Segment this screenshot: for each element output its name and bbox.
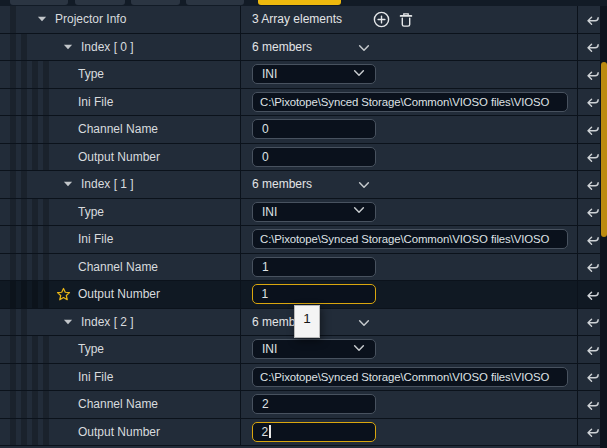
- reset-cell: [578, 281, 600, 308]
- delete-array-elements-icon[interactable]: [397, 11, 415, 29]
- value-cell: C:\Pixotope\Synced Storage\Common\VIOSO …: [241, 364, 578, 391]
- output-number-input[interactable]: 2: [252, 422, 376, 442]
- type-dropdown[interactable]: INI: [252, 64, 376, 84]
- ini-file-label: Ini File: [78, 232, 113, 246]
- output-number-input[interactable]: 1: [252, 284, 376, 304]
- expander-arrow-icon[interactable]: [62, 316, 74, 328]
- dropdown-selected-value: INI: [262, 205, 277, 219]
- input-value: 0: [262, 150, 269, 164]
- toolbar-tab[interactable]: [186, 0, 244, 5]
- property-row: Ini FileC:\Pixotope\Synced Storage\Commo…: [0, 226, 600, 253]
- reset-to-default-button[interactable]: [584, 39, 600, 55]
- channel-name-input[interactable]: 0: [252, 119, 376, 139]
- toolbar-tab-active[interactable]: [258, 0, 341, 5]
- reset-to-default-button[interactable]: [584, 176, 600, 192]
- members-summary: 6 members: [252, 177, 312, 191]
- property-row: TypeINI: [0, 61, 600, 88]
- channel-name-input[interactable]: 1: [252, 257, 376, 277]
- property-row: Index [ 0 ]6 members: [0, 34, 600, 61]
- value-cell: INI: [241, 336, 578, 363]
- reset-to-default-button[interactable]: [584, 424, 600, 440]
- reset-to-default-button[interactable]: [584, 94, 600, 110]
- property-row: Channel Name2: [0, 391, 600, 418]
- reset-to-default-button[interactable]: [584, 314, 600, 330]
- property-row: Projector Info3 Array elements: [0, 6, 600, 33]
- property-row: Ini FileC:\Pixotope\Synced Storage\Commo…: [0, 89, 600, 116]
- chevron-down-icon[interactable]: [357, 178, 371, 196]
- label-cell: Output Number: [0, 281, 241, 308]
- reset-cell: [578, 116, 600, 143]
- label-cell: Ini File: [0, 364, 241, 391]
- input-value: 2: [262, 397, 269, 411]
- toolbar-tab[interactable]: [131, 0, 180, 5]
- label-cell: Output Number: [0, 419, 241, 446]
- add-array-element-icon[interactable]: [372, 11, 390, 29]
- reset-cell: [578, 309, 600, 336]
- label-cell: Ini File: [0, 89, 241, 116]
- ini-file-input[interactable]: C:\Pixotope\Synced Storage\Common\VIOSO …: [252, 367, 568, 387]
- type-dropdown[interactable]: INI: [252, 202, 376, 222]
- type-label: Type: [78, 342, 104, 356]
- property-row: Index [ 1 ]6 members: [0, 171, 600, 198]
- scrollbar-thumb[interactable]: [601, 62, 607, 237]
- value-tooltip: 1: [294, 305, 320, 338]
- reset-to-default-button[interactable]: [584, 11, 600, 27]
- reset-to-default-button[interactable]: [584, 369, 600, 385]
- reset-to-default-button[interactable]: [584, 66, 600, 82]
- array-elements-summary: 3 Array elements: [252, 12, 342, 26]
- reset-to-default-button[interactable]: [584, 121, 600, 137]
- reset-to-default-button[interactable]: [584, 341, 600, 357]
- channel-name-label: Channel Name: [78, 260, 158, 274]
- value-cell: INI: [241, 61, 578, 88]
- favorite-star-icon[interactable]: [56, 287, 71, 302]
- chevron-down-icon[interactable]: [357, 316, 371, 334]
- toolbar-tab[interactable]: [75, 0, 125, 5]
- property-row: TypeINI: [0, 199, 600, 226]
- scrollbar[interactable]: [600, 6, 607, 448]
- reset-to-default-button[interactable]: [584, 204, 600, 220]
- reset-cell: [578, 61, 600, 88]
- chevron-down-icon: [352, 66, 366, 83]
- input-value: C:\Pixotope\Synced Storage\Common\VIOSO …: [260, 233, 549, 245]
- output-number-input[interactable]: 0: [252, 147, 376, 167]
- ini-file-input[interactable]: C:\Pixotope\Synced Storage\Common\VIOSO …: [252, 229, 568, 249]
- reset-to-default-button[interactable]: [584, 231, 600, 247]
- reset-cell: [578, 34, 600, 61]
- reset-to-default-button[interactable]: [584, 286, 600, 302]
- input-value: 2: [262, 425, 269, 439]
- reset-to-default-button[interactable]: [584, 149, 600, 165]
- reset-to-default-button[interactable]: [584, 396, 600, 412]
- label-cell: Channel Name: [0, 116, 241, 143]
- input-value: C:\Pixotope\Synced Storage\Common\VIOSO …: [260, 371, 549, 383]
- label-cell: Output Number: [0, 144, 241, 171]
- toolbar-tab[interactable]: [10, 0, 68, 5]
- dropdown-selected-value: INI: [262, 342, 277, 356]
- value-cell: 6 members: [241, 171, 578, 198]
- index-1-label: Index [ 1 ]: [81, 177, 134, 191]
- channel-name-input[interactable]: 2: [252, 394, 376, 414]
- value-cell: 3 Array elements: [241, 6, 578, 33]
- ini-file-input[interactable]: C:\Pixotope\Synced Storage\Common\VIOSO …: [252, 92, 568, 112]
- reset-cell: [578, 199, 600, 226]
- input-value: C:\Pixotope\Synced Storage\Common\VIOSO …: [260, 96, 549, 108]
- chevron-down-icon[interactable]: [357, 41, 371, 59]
- type-dropdown[interactable]: INI: [252, 339, 376, 359]
- reset-cell: [578, 171, 600, 198]
- label-cell: Index [ 2 ]: [0, 309, 241, 336]
- reset-cell: [578, 254, 600, 281]
- expander-arrow-icon[interactable]: [36, 13, 48, 25]
- property-row: Output Number2: [0, 419, 600, 446]
- index-2-label: Index [ 2 ]: [81, 315, 134, 329]
- ini-file-label: Ini File: [78, 370, 113, 384]
- members-summary: 6 members: [252, 40, 312, 54]
- expander-arrow-icon[interactable]: [62, 178, 74, 190]
- property-row: Channel Name1: [0, 254, 600, 281]
- reset-to-default-button[interactable]: [584, 259, 600, 275]
- value-cell: 2: [241, 391, 578, 418]
- output-number-label: Output Number: [78, 287, 160, 301]
- projector-info-label: Projector Info: [55, 12, 126, 26]
- expander-arrow-icon[interactable]: [62, 41, 74, 53]
- value-cell: 0: [241, 116, 578, 143]
- reset-cell: [578, 364, 600, 391]
- input-value: 1: [262, 260, 269, 274]
